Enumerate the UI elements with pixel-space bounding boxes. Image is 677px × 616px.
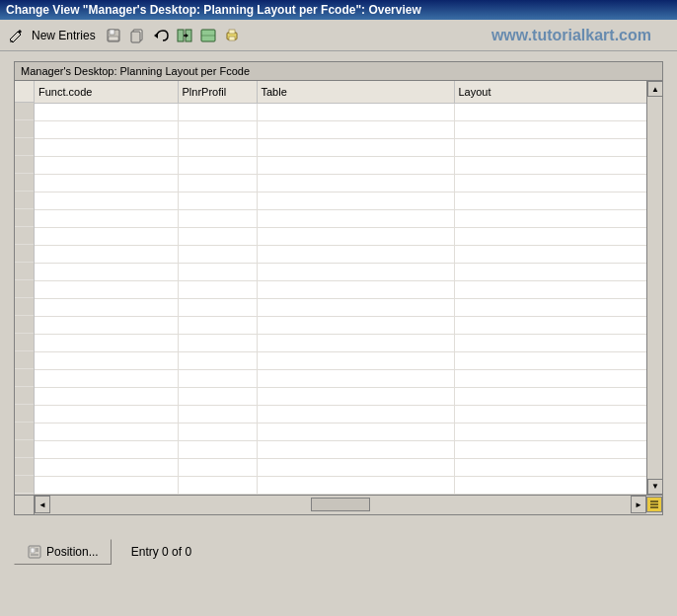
table-cell[interactable] xyxy=(454,351,646,369)
table-cell[interactable] xyxy=(454,192,646,209)
table-cell[interactable] xyxy=(257,120,454,138)
table-cell[interactable] xyxy=(454,298,646,316)
table-cell[interactable] xyxy=(178,174,257,192)
row-selector-cell[interactable] xyxy=(15,245,34,263)
table-row[interactable] xyxy=(35,369,646,387)
table-row[interactable] xyxy=(35,423,646,440)
table-cell[interactable] xyxy=(35,440,178,458)
table-cell[interactable] xyxy=(35,209,178,227)
table-cell[interactable] xyxy=(35,476,178,494)
table-cell[interactable] xyxy=(257,263,454,280)
table-cell[interactable] xyxy=(257,192,454,209)
table-cell[interactable] xyxy=(454,423,646,440)
table-cell[interactable] xyxy=(35,156,178,174)
hscroll-thumb[interactable] xyxy=(311,498,370,511)
table-cell[interactable] xyxy=(178,192,257,209)
row-selector-cell[interactable] xyxy=(15,334,34,351)
scroll-down-button[interactable]: ▼ xyxy=(647,479,663,495)
table-cell[interactable] xyxy=(454,458,646,476)
table-cell[interactable] xyxy=(178,280,257,298)
row-selector-cell[interactable] xyxy=(15,423,34,440)
table-cell[interactable] xyxy=(454,387,646,405)
table-cell[interactable] xyxy=(178,227,257,245)
table-cell[interactable] xyxy=(35,174,178,192)
table-row[interactable] xyxy=(35,316,646,334)
table-cell[interactable] xyxy=(35,405,178,423)
table-row[interactable] xyxy=(35,280,646,298)
table-cell[interactable] xyxy=(257,423,454,440)
table-cell[interactable] xyxy=(35,423,178,440)
table-cell[interactable] xyxy=(257,334,454,351)
table-cell[interactable] xyxy=(454,440,646,458)
table-cell[interactable] xyxy=(35,120,178,138)
table-cell[interactable] xyxy=(257,387,454,405)
table-cell[interactable] xyxy=(35,298,178,316)
table-cell[interactable] xyxy=(454,369,646,387)
table-cell[interactable] xyxy=(35,245,178,263)
table-cell[interactable] xyxy=(257,476,454,494)
table-cell[interactable] xyxy=(257,369,454,387)
table-cell[interactable] xyxy=(178,476,257,494)
table-cell[interactable] xyxy=(178,387,257,405)
print-icon[interactable] xyxy=(222,26,242,45)
table-cell[interactable] xyxy=(454,138,646,156)
table-cell[interactable] xyxy=(178,209,257,227)
table-row[interactable] xyxy=(35,103,646,120)
edit-icon[interactable] xyxy=(6,26,26,45)
table-cell[interactable] xyxy=(35,351,178,369)
table-row[interactable] xyxy=(35,227,646,245)
table-cell[interactable] xyxy=(35,369,178,387)
save-icon[interactable] xyxy=(104,26,123,45)
table-cell[interactable] xyxy=(257,280,454,298)
table-row[interactable] xyxy=(35,245,646,263)
select-icon[interactable] xyxy=(198,26,218,45)
table-cell[interactable] xyxy=(454,316,646,334)
row-selector-cell[interactable] xyxy=(15,440,34,458)
table-cell[interactable] xyxy=(257,138,454,156)
table-cell[interactable] xyxy=(178,334,257,351)
table-cell[interactable] xyxy=(257,103,454,120)
row-selector-cell[interactable] xyxy=(15,192,34,209)
row-selector-cell[interactable] xyxy=(15,351,34,369)
row-selector-cell[interactable] xyxy=(15,280,34,298)
row-selector-cell[interactable] xyxy=(15,156,34,174)
row-selector-cell[interactable] xyxy=(15,369,34,387)
table-cell[interactable] xyxy=(178,423,257,440)
table-cell[interactable] xyxy=(454,156,646,174)
table-cell[interactable] xyxy=(454,227,646,245)
table-cell[interactable] xyxy=(35,263,178,280)
table-row[interactable] xyxy=(35,263,646,280)
row-selector-cell[interactable] xyxy=(15,103,34,120)
table-cell[interactable] xyxy=(454,245,646,263)
row-selector-cell[interactable] xyxy=(15,476,34,494)
table-cell[interactable] xyxy=(35,138,178,156)
table-cell[interactable] xyxy=(178,156,257,174)
row-selector-cell[interactable] xyxy=(15,120,34,138)
table-row[interactable] xyxy=(35,174,646,192)
table-cell[interactable] xyxy=(257,298,454,316)
table-cell[interactable] xyxy=(454,334,646,351)
table-cell[interactable] xyxy=(257,351,454,369)
table-cell[interactable] xyxy=(454,103,646,120)
hscroll-track[interactable] xyxy=(50,497,631,512)
table-cell[interactable] xyxy=(257,458,454,476)
table-cell[interactable] xyxy=(178,298,257,316)
table-cell[interactable] xyxy=(178,263,257,280)
table-row[interactable] xyxy=(35,440,646,458)
table-row[interactable] xyxy=(35,192,646,209)
table-row[interactable] xyxy=(35,334,646,351)
new-entries-button[interactable]: New Entries xyxy=(32,29,96,42)
table-cell[interactable] xyxy=(35,334,178,351)
table-cell[interactable] xyxy=(178,351,257,369)
scroll-up-button[interactable]: ▲ xyxy=(647,81,663,97)
table-cell[interactable] xyxy=(178,120,257,138)
row-selector-cell[interactable] xyxy=(15,227,34,245)
row-selector-cell[interactable] xyxy=(15,387,34,405)
table-cell[interactable] xyxy=(35,387,178,405)
table-cell[interactable] xyxy=(257,316,454,334)
table-cell[interactable] xyxy=(178,245,257,263)
table-row[interactable] xyxy=(35,387,646,405)
copy-icon[interactable] xyxy=(127,26,147,45)
table-row[interactable] xyxy=(35,458,646,476)
table-cell[interactable] xyxy=(454,120,646,138)
